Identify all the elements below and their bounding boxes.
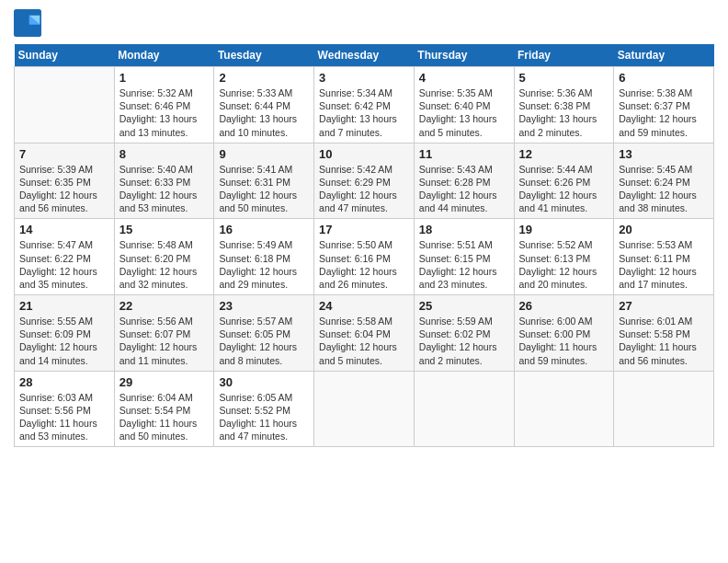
calendar-cell	[314, 371, 415, 447]
calendar-cell: 3Sunrise: 5:34 AMSunset: 6:42 PMDaylight…	[314, 67, 415, 144]
calendar-cell: 21Sunrise: 5:55 AMSunset: 6:09 PMDayligh…	[15, 295, 115, 372]
day-number: 12	[519, 147, 609, 161]
day-number: 2	[219, 71, 309, 85]
cell-content: Sunrise: 6:05 AMSunset: 5:52 PMDaylight:…	[219, 391, 309, 443]
day-number: 4	[419, 71, 509, 85]
cell-content: Sunrise: 5:34 AMSunset: 6:42 PMDaylight:…	[319, 86, 409, 139]
calendar-cell: 16Sunrise: 5:49 AMSunset: 6:18 PMDayligh…	[214, 219, 314, 295]
col-header-monday: Monday	[114, 44, 214, 67]
day-number: 21	[19, 299, 109, 313]
cell-content: Sunrise: 5:40 AMSunset: 6:33 PMDaylight:…	[119, 163, 210, 215]
calendar-cell	[614, 371, 714, 447]
day-number: 17	[319, 223, 409, 236]
cell-content: Sunrise: 5:44 AMSunset: 6:26 PMDaylight:…	[519, 163, 609, 215]
cell-content: Sunrise: 5:36 AMSunset: 6:38 PMDaylight:…	[519, 86, 609, 139]
calendar-cell: 1Sunrise: 5:32 AMSunset: 6:46 PMDaylight…	[114, 67, 214, 144]
calendar-cell: 10Sunrise: 5:42 AMSunset: 6:29 PMDayligh…	[314, 143, 415, 219]
cell-content: Sunrise: 5:59 AMSunset: 6:02 PMDaylight:…	[419, 315, 509, 367]
cell-content: Sunrise: 5:55 AMSunset: 6:09 PMDaylight:…	[19, 315, 109, 367]
cell-content: Sunrise: 5:33 AMSunset: 6:44 PMDaylight:…	[219, 86, 309, 139]
week-row-3: 14Sunrise: 5:47 AMSunset: 6:22 PMDayligh…	[15, 219, 714, 295]
day-number: 13	[619, 147, 709, 161]
calendar-cell: 6Sunrise: 5:38 AMSunset: 6:37 PMDaylight…	[614, 67, 714, 144]
day-number: 28	[19, 375, 109, 389]
calendar-cell	[414, 371, 514, 447]
calendar-cell: 12Sunrise: 5:44 AMSunset: 6:26 PMDayligh…	[514, 143, 614, 219]
calendar-cell: 24Sunrise: 5:58 AMSunset: 6:04 PMDayligh…	[314, 295, 415, 372]
day-number: 5	[519, 71, 609, 85]
col-header-tuesday: Tuesday	[214, 44, 314, 67]
calendar-table: SundayMondayTuesdayWednesdayThursdayFrid…	[14, 44, 714, 447]
calendar-cell: 18Sunrise: 5:51 AMSunset: 6:15 PMDayligh…	[414, 219, 514, 295]
col-header-saturday: Saturday	[614, 44, 714, 67]
day-number: 23	[219, 299, 309, 313]
cell-content: Sunrise: 5:48 AMSunset: 6:20 PMDaylight:…	[119, 238, 210, 291]
day-number: 16	[219, 223, 309, 236]
logo-icon	[14, 9, 41, 37]
cell-content: Sunrise: 5:43 AMSunset: 6:28 PMDaylight:…	[419, 163, 509, 215]
day-number: 6	[619, 71, 709, 85]
week-row-5: 28Sunrise: 6:03 AMSunset: 5:56 PMDayligh…	[15, 371, 714, 447]
calendar-cell	[15, 67, 115, 144]
day-number: 8	[119, 147, 210, 161]
day-number: 29	[119, 375, 210, 389]
week-row-1: 1Sunrise: 5:32 AMSunset: 6:46 PMDaylight…	[15, 67, 714, 144]
day-number: 24	[319, 299, 409, 313]
calendar-cell: 14Sunrise: 5:47 AMSunset: 6:22 PMDayligh…	[15, 219, 115, 295]
calendar-cell: 23Sunrise: 5:57 AMSunset: 6:05 PMDayligh…	[214, 295, 314, 372]
col-header-thursday: Thursday	[414, 44, 514, 67]
calendar-cell: 4Sunrise: 5:35 AMSunset: 6:40 PMDaylight…	[414, 67, 514, 144]
calendar-cell: 15Sunrise: 5:48 AMSunset: 6:20 PMDayligh…	[114, 219, 214, 295]
cell-content: Sunrise: 5:32 AMSunset: 6:46 PMDaylight:…	[119, 86, 210, 139]
cell-content: Sunrise: 5:52 AMSunset: 6:13 PMDaylight:…	[519, 238, 609, 291]
page: SundayMondayTuesdayWednesdayThursdayFrid…	[0, 0, 728, 563]
day-number: 26	[519, 299, 609, 313]
day-number: 11	[419, 147, 509, 161]
calendar-cell: 8Sunrise: 5:40 AMSunset: 6:33 PMDaylight…	[114, 143, 214, 219]
cell-content: Sunrise: 5:56 AMSunset: 6:07 PMDaylight:…	[119, 315, 210, 367]
cell-content: Sunrise: 6:04 AMSunset: 5:54 PMDaylight:…	[119, 391, 210, 443]
col-header-wednesday: Wednesday	[314, 44, 415, 67]
cell-content: Sunrise: 5:42 AMSunset: 6:29 PMDaylight:…	[319, 163, 409, 215]
calendar-cell: 13Sunrise: 5:45 AMSunset: 6:24 PMDayligh…	[614, 143, 714, 219]
cell-content: Sunrise: 5:45 AMSunset: 6:24 PMDaylight:…	[619, 163, 709, 215]
header-row: SundayMondayTuesdayWednesdayThursdayFrid…	[15, 44, 714, 67]
header	[14, 9, 714, 37]
cell-content: Sunrise: 6:01 AMSunset: 5:58 PMDaylight:…	[619, 315, 709, 367]
week-row-2: 7Sunrise: 5:39 AMSunset: 6:35 PMDaylight…	[15, 143, 714, 219]
day-number: 3	[319, 71, 409, 85]
calendar-cell	[514, 371, 614, 447]
calendar-cell: 17Sunrise: 5:50 AMSunset: 6:16 PMDayligh…	[314, 219, 415, 295]
day-number: 7	[19, 147, 109, 161]
calendar-cell: 9Sunrise: 5:41 AMSunset: 6:31 PMDaylight…	[214, 143, 314, 219]
day-number: 18	[419, 223, 509, 236]
day-number: 9	[219, 147, 309, 161]
day-number: 10	[319, 147, 409, 161]
cell-content: Sunrise: 5:51 AMSunset: 6:15 PMDaylight:…	[419, 238, 509, 291]
day-number: 15	[119, 223, 210, 236]
calendar-cell: 7Sunrise: 5:39 AMSunset: 6:35 PMDaylight…	[15, 143, 115, 219]
cell-content: Sunrise: 5:57 AMSunset: 6:05 PMDaylight:…	[219, 315, 309, 367]
cell-content: Sunrise: 6:03 AMSunset: 5:56 PMDaylight:…	[19, 391, 109, 443]
day-number: 27	[619, 299, 709, 313]
calendar-cell: 11Sunrise: 5:43 AMSunset: 6:28 PMDayligh…	[414, 143, 514, 219]
cell-content: Sunrise: 5:53 AMSunset: 6:11 PMDaylight:…	[619, 238, 709, 291]
cell-content: Sunrise: 5:38 AMSunset: 6:37 PMDaylight:…	[619, 86, 709, 139]
cell-content: Sunrise: 6:00 AMSunset: 6:00 PMDaylight:…	[519, 315, 609, 367]
day-number: 25	[419, 299, 509, 313]
day-number: 30	[219, 375, 309, 389]
day-number: 1	[119, 71, 210, 85]
day-number: 14	[19, 223, 109, 236]
cell-content: Sunrise: 5:35 AMSunset: 6:40 PMDaylight:…	[419, 86, 509, 139]
day-number: 20	[619, 223, 709, 236]
calendar-cell: 26Sunrise: 6:00 AMSunset: 6:00 PMDayligh…	[514, 295, 614, 372]
calendar-cell: 2Sunrise: 5:33 AMSunset: 6:44 PMDaylight…	[214, 67, 314, 144]
logo	[14, 9, 45, 37]
cell-content: Sunrise: 5:50 AMSunset: 6:16 PMDaylight:…	[319, 238, 409, 291]
cell-content: Sunrise: 5:49 AMSunset: 6:18 PMDaylight:…	[219, 238, 309, 291]
col-header-friday: Friday	[514, 44, 614, 67]
cell-content: Sunrise: 5:39 AMSunset: 6:35 PMDaylight:…	[19, 163, 109, 215]
cell-content: Sunrise: 5:58 AMSunset: 6:04 PMDaylight:…	[319, 315, 409, 367]
cell-content: Sunrise: 5:47 AMSunset: 6:22 PMDaylight:…	[19, 238, 109, 291]
calendar-cell: 5Sunrise: 5:36 AMSunset: 6:38 PMDaylight…	[514, 67, 614, 144]
